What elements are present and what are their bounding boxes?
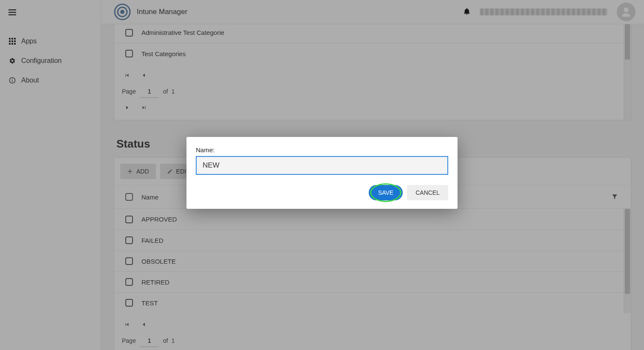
save-button[interactable]: Save: [369, 185, 403, 200]
cancel-label: Cancel: [415, 189, 440, 196]
name-field-label: Name:: [196, 146, 448, 154]
cancel-button[interactable]: Cancel: [407, 185, 448, 200]
save-label: Save: [378, 189, 393, 196]
name-input[interactable]: [196, 156, 448, 175]
name-dialog: Name: Save Cancel: [186, 137, 458, 209]
modal-overlay[interactable]: Name: Save Cancel: [0, 0, 644, 350]
app-root: Apps Configuration About Intune Manager: [0, 0, 644, 350]
dialog-actions: Save Cancel: [196, 185, 448, 200]
